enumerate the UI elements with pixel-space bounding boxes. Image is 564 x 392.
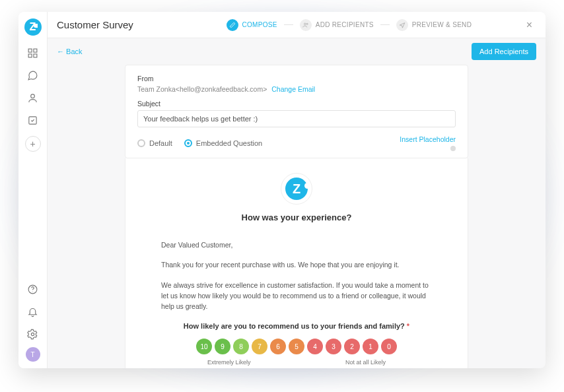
step-recipients[interactable]: ADD RECIPIENTS bbox=[300, 19, 374, 31]
svg-rect-2 bbox=[28, 53, 32, 57]
svg-point-10 bbox=[306, 23, 308, 24]
nps-9[interactable]: 9 bbox=[215, 339, 230, 354]
sub-toolbar: ← Back Add Recipients bbox=[48, 38, 546, 65]
radio-default-label: Default bbox=[149, 139, 172, 147]
nps-4[interactable]: 4 bbox=[307, 339, 323, 354]
settings-icon[interactable] bbox=[24, 325, 42, 343]
svg-point-4 bbox=[31, 94, 35, 98]
add-button[interactable]: + bbox=[25, 136, 41, 152]
change-email-link[interactable]: Change Email bbox=[271, 85, 315, 93]
step-preview-label: PREVIEW & SEND bbox=[412, 21, 472, 28]
insert-placeholder-link[interactable]: Insert Placeholder bbox=[400, 135, 456, 143]
step-compose-label: COMPOSE bbox=[242, 21, 277, 28]
step-compose[interactable]: COMPOSE bbox=[227, 19, 277, 31]
add-recipients-button[interactable]: Add Recipients bbox=[472, 43, 536, 60]
email-body: Dear Valued Customer, Thank you for your… bbox=[155, 229, 439, 368]
nps-question: How likely are you to recommend us to yo… bbox=[161, 321, 432, 332]
svg-point-8 bbox=[31, 333, 34, 335]
subject-label: Subject bbox=[137, 100, 456, 108]
close-icon[interactable]: × bbox=[522, 16, 536, 34]
nps-1[interactable]: 1 bbox=[363, 339, 378, 354]
nps-6[interactable]: 6 bbox=[270, 339, 286, 354]
content-scroll[interactable]: From Team Zonka<hello@zonkafeedback.com>… bbox=[48, 65, 546, 368]
step-indicator: COMPOSE ADD RECIPIENTS PREVIEW & SEND bbox=[182, 19, 516, 31]
page-title: Customer Survey bbox=[57, 19, 176, 30]
nps-scale: 10 9 8 7 6 5 4 3 2 1 0 bbox=[161, 339, 432, 368]
placeholder-dot-icon bbox=[450, 146, 456, 151]
svg-rect-0 bbox=[28, 49, 32, 52]
user-avatar[interactable]: T bbox=[26, 347, 40, 362]
radio-default[interactable]: Default bbox=[137, 139, 172, 147]
svg-rect-3 bbox=[34, 53, 37, 57]
contacts-icon[interactable] bbox=[24, 88, 42, 107]
nps-label-right: Not at all Likely bbox=[345, 358, 386, 368]
help-icon[interactable] bbox=[24, 280, 42, 298]
nps-7[interactable]: 7 bbox=[252, 339, 267, 354]
dashboard-icon[interactable] bbox=[24, 44, 42, 62]
subject-input[interactable] bbox=[137, 110, 456, 127]
radio-embedded-label: Embedded Question bbox=[196, 139, 262, 147]
app-window: Z + T Customer Survey COMPOSE bbox=[18, 12, 546, 368]
from-value: Team Zonka<hello@zonkafeedback.com> bbox=[137, 85, 267, 93]
notifications-icon[interactable] bbox=[24, 302, 42, 321]
email-p1: Thank you for your recent purchase with … bbox=[161, 259, 432, 270]
email-greeting: Dear Valued Customer, bbox=[161, 240, 432, 250]
responses-icon[interactable] bbox=[24, 66, 42, 84]
nps-8[interactable]: 8 bbox=[233, 339, 249, 354]
nps-2[interactable]: 2 bbox=[344, 339, 360, 354]
svg-rect-1 bbox=[34, 49, 37, 52]
nps-0[interactable]: 0 bbox=[381, 339, 397, 354]
sidebar: Z + T bbox=[18, 12, 48, 368]
step-preview[interactable]: PREVIEW & SEND bbox=[396, 19, 472, 31]
email-preview: Z How was your experience? Dear Valued C… bbox=[125, 158, 468, 368]
email-logo: Z bbox=[281, 173, 312, 205]
main-area: Customer Survey COMPOSE ADD RECIPIENTS bbox=[48, 12, 546, 368]
nps-5[interactable]: 5 bbox=[289, 339, 304, 354]
topbar: Customer Survey COMPOSE ADD RECIPIENTS bbox=[48, 12, 546, 38]
email-p2: We always strive for excellence in custo… bbox=[161, 280, 432, 312]
svg-point-7 bbox=[32, 291, 33, 292]
svg-point-9 bbox=[304, 23, 306, 25]
email-heading: How was your experience? bbox=[242, 212, 352, 222]
back-link[interactable]: ← Back bbox=[57, 48, 83, 55]
nps-label-left: Extremely Likely bbox=[207, 358, 251, 368]
step-recipients-label: ADD RECIPIENTS bbox=[316, 21, 374, 28]
nps-3[interactable]: 3 bbox=[326, 339, 341, 354]
from-label: From bbox=[137, 75, 456, 82]
tasks-icon[interactable] bbox=[24, 111, 42, 129]
compose-card: From Team Zonka<hello@zonkafeedback.com>… bbox=[125, 65, 468, 158]
radio-embedded[interactable]: Embedded Question bbox=[184, 139, 262, 147]
nps-10[interactable]: 10 bbox=[196, 339, 212, 354]
from-value-line: Team Zonka<hello@zonkafeedback.com> Chan… bbox=[137, 85, 456, 93]
brand-logo: Z bbox=[24, 18, 42, 36]
